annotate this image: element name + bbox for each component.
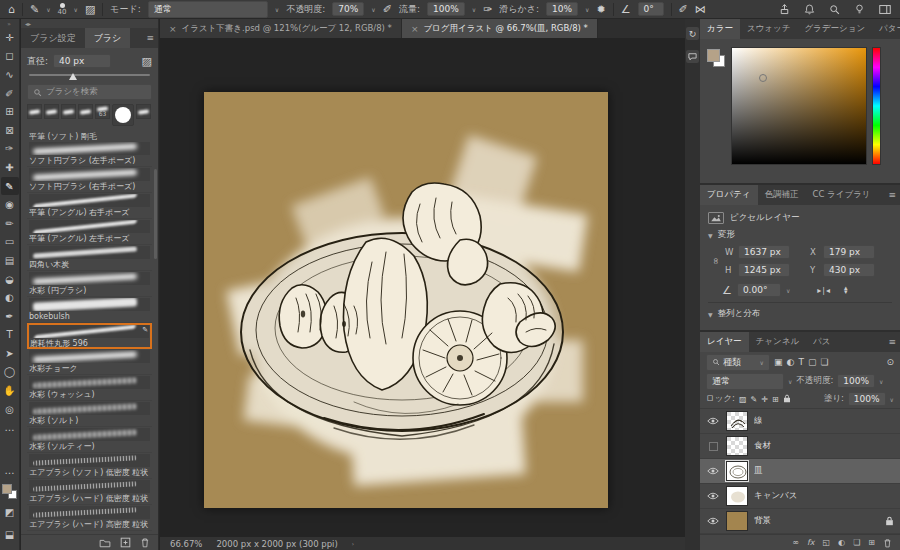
dodge-tool[interactable]: ◐	[1, 288, 19, 307]
new-adjustment-layer-icon[interactable]: ◐	[838, 538, 845, 547]
healing-brush-tool[interactable]: ✚	[1, 158, 19, 177]
screen-mode-icon[interactable]: ⬓	[1, 525, 19, 544]
layer-thumbnail[interactable]	[726, 436, 748, 456]
brush-item[interactable]: 水彩 (ソルト)	[27, 401, 152, 427]
lock-artboard-icon[interactable]: ⊞	[772, 395, 779, 404]
eraser-tool[interactable]: ▭	[1, 233, 19, 252]
filter-adjustment-layers-icon[interactable]: ◐	[787, 357, 795, 367]
flip-vertical-icon[interactable]: ▴▾	[844, 286, 848, 295]
filter-pixel-layers-icon[interactable]: ▣	[774, 357, 783, 367]
layer-row[interactable]: キャンバス	[700, 484, 900, 509]
tab-channels[interactable]: チャンネル	[749, 332, 807, 352]
history-brush-tool[interactable]: ✏	[1, 214, 19, 233]
clone-stamp-tool[interactable]: ◉	[1, 195, 19, 214]
toggle-brush-panel-icon[interactable]: ▨	[85, 4, 95, 15]
new-brush-icon[interactable]	[120, 537, 131, 548]
tab-paths[interactable]: パス	[806, 332, 837, 352]
shape-tool[interactable]: ◯	[1, 363, 19, 382]
panel-menu-icon[interactable]: ≡	[142, 28, 158, 48]
tab-layers[interactable]: レイヤー	[700, 332, 749, 352]
panel-menu-icon[interactable]: ≡	[884, 185, 900, 205]
workspace-switcher-icon[interactable]	[878, 3, 892, 16]
pressure-opacity-icon[interactable]: ✐	[383, 4, 392, 15]
blur-tool[interactable]: ◒	[1, 270, 19, 289]
collapse-triangle-icon[interactable]: ▼	[708, 311, 713, 318]
brush-item[interactable]: エアブラシ (ハード) 低密度 粒状	[27, 479, 152, 505]
recent-brush[interactable]	[136, 104, 151, 119]
tab-swatches[interactable]: スウォッチ	[740, 19, 798, 39]
quick-mask-icon[interactable]: ◩	[1, 503, 19, 522]
type-tool[interactable]: T	[1, 326, 19, 345]
lock-transparent-icon[interactable]: ▨	[739, 395, 747, 404]
foreground-color-swatch[interactable]	[707, 49, 720, 62]
brush-preset-picker[interactable]: 40	[58, 3, 67, 16]
y-input[interactable]: 430 px	[823, 263, 875, 277]
new-layer-icon[interactable]: ⊞	[868, 538, 875, 547]
canvas[interactable]	[204, 92, 608, 508]
slider-thumb[interactable]	[69, 73, 77, 80]
brush-search-box[interactable]: ブラシを検索	[27, 84, 152, 100]
pen-tool[interactable]: ✒	[1, 307, 19, 326]
document-tab-active[interactable]: × ブログ用イラスト @ 66.7%(皿, RGB/8) *	[402, 19, 598, 38]
comments-panel-icon[interactable]	[686, 50, 699, 63]
recent-brush[interactable]	[44, 104, 59, 119]
opacity-input[interactable]: 70%	[332, 2, 364, 16]
brush-item[interactable]: 水彩 (ウォッシュ)	[27, 375, 152, 401]
layer-blend-mode-select[interactable]: 通常	[706, 373, 784, 390]
layer-thumbnail[interactable]	[726, 461, 748, 481]
layer-filter-select[interactable]: 種類 ∨	[706, 354, 770, 371]
search-icon[interactable]	[828, 3, 841, 16]
brush-item[interactable]: ソフト円ブラシ (左手ポーズ)	[27, 141, 152, 167]
brush-item[interactable]: 水彩 (円ブラシ)	[27, 271, 152, 297]
link-layers-icon[interactable]: ∞	[792, 538, 799, 547]
notifications-bell-icon[interactable]	[803, 3, 816, 16]
eyedropper-tool[interactable]: ✑	[1, 140, 19, 159]
blend-mode-select[interactable]: 通常	[148, 1, 268, 18]
quick-selection-tool[interactable]: ✐	[1, 84, 19, 103]
tab-color[interactable]: カラー	[700, 19, 740, 39]
layer-style-fx-icon[interactable]: fx	[807, 538, 815, 547]
brush-item[interactable]: エアブラシ (ハード) 高密度 粒状	[27, 505, 152, 531]
layer-visibility-toggle[interactable]	[706, 467, 720, 475]
panel-menu-icon[interactable]: ≡	[884, 332, 900, 352]
delete-trash-icon[interactable]	[140, 537, 150, 548]
brush-item[interactable]: 水彩チョーク	[27, 349, 152, 375]
recent-brush[interactable]	[61, 104, 76, 119]
brush-angle-input[interactable]: 0°	[638, 2, 664, 16]
brush-item-partial[interactable]: 平筆 (ソフト) 剛毛	[29, 131, 150, 141]
layer-row[interactable]: 食材	[700, 434, 900, 459]
brush-item[interactable]: 平筆 (アングル) 右手ポーズ	[27, 193, 152, 219]
layer-row[interactable]: 線	[700, 409, 900, 434]
zoom-level[interactable]: 66.67%	[170, 539, 202, 549]
diameter-input[interactable]: 40 px	[53, 54, 111, 68]
layer-visibility-toggle[interactable]	[706, 517, 720, 525]
smoothing-input[interactable]: 10%	[546, 2, 578, 16]
brush-list-scrollbar[interactable]	[154, 169, 157, 259]
x-input[interactable]: 179 px	[823, 245, 875, 259]
crop-tool[interactable]: ⊞	[1, 102, 19, 121]
add-mask-icon[interactable]: ◱	[823, 538, 831, 547]
lock-pixels-icon[interactable]: ✎	[751, 395, 758, 404]
recent-brush[interactable]	[27, 104, 42, 119]
history-panel-icon[interactable]: ↻	[686, 27, 699, 40]
lock-position-icon[interactable]: ✛	[761, 395, 768, 404]
lock-all-icon[interactable]	[783, 394, 791, 405]
marquee-tool[interactable]: ◻	[1, 47, 19, 66]
flip-horizontal-icon[interactable]: ▸❘◂	[817, 286, 829, 295]
delete-layer-trash-icon[interactable]	[883, 538, 892, 548]
share-icon[interactable]	[778, 3, 791, 16]
tab-brushes[interactable]: ブラシ	[85, 28, 131, 48]
collapse-triangle-icon[interactable]: ▼	[708, 232, 713, 239]
home-icon[interactable]: ⌂	[8, 4, 15, 15]
layer-visibility-toggle[interactable]	[706, 492, 720, 500]
tab-gradients[interactable]: グラデーション	[797, 19, 872, 39]
layer-row[interactable]: 皿	[700, 459, 900, 484]
collapse-panel-icon[interactable]: ◂▸	[25, 20, 31, 27]
layer-name[interactable]: 背景	[754, 515, 879, 527]
brush-item[interactable]: 平筆 (アングル) 左手ポーズ	[27, 219, 152, 245]
brush-item[interactable]: 四角い木炭	[27, 245, 152, 271]
recent-brush[interactable]: 63	[95, 104, 110, 119]
filter-shape-layers-icon[interactable]: ▢	[808, 357, 817, 367]
layer-fill-input[interactable]: 100%	[848, 392, 886, 406]
tab-properties[interactable]: プロパティ	[700, 185, 758, 205]
